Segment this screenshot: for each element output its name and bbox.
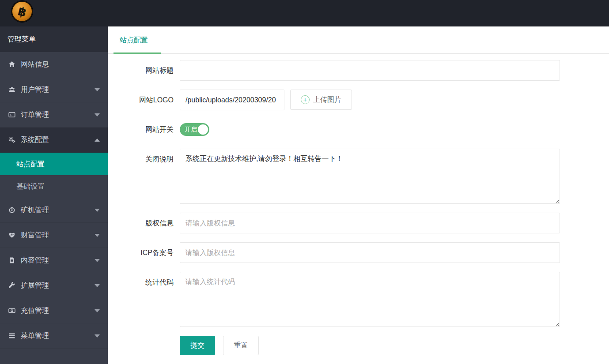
chevron-down-icon: [95, 309, 100, 312]
site-config-form: 网站标题 网站LOGO + 上传图片 网站开关 开启 关闭说明 系统正在更新技术…: [108, 54, 609, 355]
site-logo-input[interactable]: [180, 90, 284, 110]
site-title-input[interactable]: [180, 60, 560, 81]
close-note-label: 关闭说明: [108, 149, 180, 169]
users-icon: [8, 86, 17, 93]
sidebar-item-label: 订单管理: [21, 110, 49, 120]
chevron-down-icon: [95, 334, 100, 338]
reset-button[interactable]: 重置: [223, 336, 259, 355]
close-note-textarea[interactable]: 系统正在更新技术维护,请勿登录！相互转告一下！: [180, 149, 560, 204]
stats-code-label: 统计代码: [108, 272, 180, 293]
form-row-site-title: 网站标题: [108, 60, 609, 81]
topbar: ฿: [0, 0, 609, 26]
sidebar-item-label: 用户管理: [21, 85, 49, 94]
sidebar-item-label: 菜单管理: [21, 331, 49, 341]
sidebar-item-content-management[interactable]: 内容管理: [0, 248, 108, 273]
submit-button[interactable]: 提交: [180, 336, 215, 355]
active-tab-underline: [113, 53, 161, 54]
chevron-down-icon: [95, 234, 100, 237]
icp-input[interactable]: [180, 242, 560, 263]
form-row-stats-code: 统计代码: [108, 272, 609, 327]
copyright-input[interactable]: [180, 213, 560, 233]
switch-knob: [198, 124, 208, 135]
main-content: 站点配置 网站标题 网站LOGO + 上传图片 网站开关 开启 关闭说明 系统正…: [108, 26, 609, 364]
sidebar-item-user-management[interactable]: 用户管理: [0, 77, 108, 102]
heartbeat-icon: [8, 232, 17, 239]
site-switch-toggle[interactable]: 开启: [180, 123, 209, 136]
miner-icon: [8, 206, 17, 214]
site-logo-label: 网站LOGO: [108, 90, 180, 110]
site-switch-label: 网站开关: [108, 119, 180, 140]
form-row-copyright: 版权信息: [108, 213, 609, 233]
bars-icon: [8, 332, 17, 339]
sidebar-item-recharge-management[interactable]: 充值管理: [0, 298, 108, 323]
tab-bar: 站点配置: [108, 26, 609, 54]
sidebar-item-wealth-management[interactable]: 财富管理: [0, 223, 108, 248]
chevron-down-icon: [95, 209, 100, 212]
sidebar-subitem-basic-settings[interactable]: 基础设置: [0, 175, 108, 198]
sidebar-item-label: 财富管理: [21, 231, 49, 240]
chevron-down-icon: [95, 284, 100, 287]
site-title-label: 网站标题: [108, 60, 180, 81]
upload-image-label: 上传图片: [313, 95, 341, 105]
sidebar-item-order-management[interactable]: 订单管理: [0, 102, 108, 128]
circle-plus-icon: +: [301, 95, 310, 104]
home-icon: [8, 61, 17, 68]
gears-icon: [8, 136, 17, 143]
tab-site-config[interactable]: 站点配置: [113, 26, 154, 53]
chevron-up-icon: [95, 139, 100, 142]
sidebar-header: 管理菜单: [0, 26, 108, 52]
form-row-close-note: 关闭说明 系统正在更新技术维护,请勿登录！相互转告一下！: [108, 149, 609, 204]
switch-state-label: 开启: [185, 123, 197, 136]
sidebar-item-label: 扩展管理: [21, 281, 49, 290]
form-row-icp: ICP备案号: [108, 242, 609, 263]
sidebar-item-miner-management[interactable]: 矿机管理: [0, 198, 108, 223]
sidebar: 管理菜单 网站信息 用户管理 订单管理 系统配置 站点配置 基础设置 矿机管理: [0, 26, 108, 364]
bitcoin-glyph: ฿: [16, 4, 28, 19]
sidebar-item-label: 网站信息: [21, 60, 49, 69]
sidebar-subitem-site-config[interactable]: 站点配置: [0, 153, 108, 175]
chevron-down-icon: [95, 88, 100, 91]
chevron-down-icon: [95, 113, 100, 116]
bitcoin-coin-icon: ฿: [11, 1, 33, 22]
chevron-down-icon: [95, 259, 100, 262]
sidebar-item-menu-management[interactable]: 菜单管理: [0, 323, 108, 349]
sidebar-item-extension-management[interactable]: 扩展管理: [0, 273, 108, 298]
sidebar-item-label: 充值管理: [21, 306, 49, 315]
sidebar-item-system-config[interactable]: 系统配置: [0, 128, 108, 153]
sidebar-item-label: 系统配置: [21, 135, 49, 145]
order-card-icon: [8, 111, 17, 118]
sidebar-item-label: 矿机管理: [21, 206, 49, 215]
form-row-site-switch: 网站开关 开启: [108, 119, 609, 140]
document-icon: [8, 257, 17, 264]
form-row-site-logo: 网站LOGO + 上传图片: [108, 90, 609, 110]
stats-code-textarea[interactable]: [180, 272, 560, 327]
wrench-icon: [8, 282, 17, 289]
upload-image-button[interactable]: + 上传图片: [290, 90, 352, 110]
money-icon: [8, 307, 17, 314]
form-buttons: 提交 重置: [180, 336, 609, 355]
sidebar-item-label: 内容管理: [21, 256, 49, 265]
sidebar-item-website-info[interactable]: 网站信息: [0, 52, 108, 77]
icp-label: ICP备案号: [108, 242, 180, 263]
copyright-label: 版权信息: [108, 213, 180, 233]
